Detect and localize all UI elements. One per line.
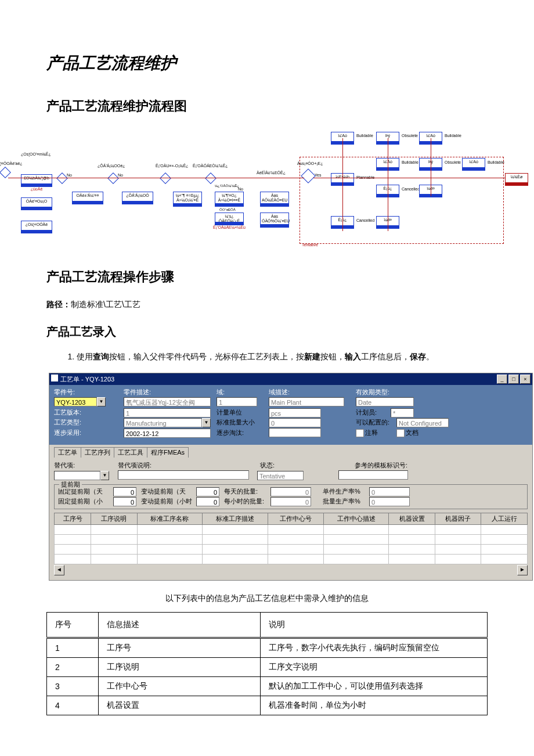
template-id-field[interactable] — [338, 470, 408, 480]
field-label: 变动提前期（天 — [141, 488, 186, 495]
th-seq: 序号 — [47, 612, 99, 638]
field-label: 每天的批量: — [224, 488, 258, 495]
table-row[interactable] — [55, 554, 528, 564]
tab-routing[interactable]: 工艺单 — [54, 447, 81, 458]
table-row: 1工序号工序号，数字小代表先执行，编码时应预留空位 — [47, 638, 488, 657]
field-label: 文档 — [406, 429, 418, 436]
flow-tag: Obsolete — [402, 134, 418, 138]
col-machine-setup[interactable]: 机器设置 — [389, 513, 435, 524]
table-caption: 以下列表中的信息为产品工艺信息栏中需录入维护的信息 — [46, 593, 488, 604]
flow-foot: Ê¡'OÀùÁE¼«¼Êù — [210, 225, 248, 229]
window-min-button[interactable]: _ — [497, 375, 507, 384]
field-label: 零件描述: — [124, 388, 151, 395]
flow-label-no: No — [67, 173, 72, 177]
scroll-right-icon[interactable]: ► — [517, 565, 528, 575]
info-table: 序号 信息描述 说明 1工序号工序号，数字小代表先执行，编码时应预留空位2工序说… — [46, 612, 488, 715]
col-wc-desc[interactable]: 工作中心描述 — [323, 513, 389, 524]
table-row[interactable] — [55, 534, 528, 544]
table-row: 3工作中心号默认的加工工作中心，可以使用值列表选择 — [47, 676, 488, 696]
alt-field[interactable] — [54, 471, 100, 480]
field-label: 工艺类型: — [54, 419, 81, 426]
scrollbar[interactable]: ◄ ► — [54, 565, 528, 575]
window-close-button[interactable]: × — [520, 375, 531, 384]
table-cell: 机器准备时间，单位为小时 — [261, 696, 488, 715]
flow-box: ¿Os¦«OÓÀé — [21, 221, 52, 233]
step-bold: 输入 — [345, 352, 361, 361]
hourly-lot-field[interactable]: 0 — [270, 497, 311, 506]
flow-label-no: No — [118, 173, 123, 177]
section-steps: 产品工艺流程操作步骤 — [46, 268, 488, 286]
flow-label: ¿ÔÁ'Á¡¼OOé¿ — [98, 164, 125, 168]
col-std-desc[interactable]: 标准工序描述 — [203, 513, 268, 524]
table-cell: 工序文字说明 — [261, 657, 488, 676]
tab-fmeas[interactable]: 程序FMEAs — [147, 447, 189, 458]
validity-type-field[interactable]: Date — [356, 397, 414, 406]
fixed-hours-field[interactable]: 0 — [113, 497, 136, 506]
step-text: 使用 — [77, 352, 93, 361]
path-label: 路径： — [46, 300, 71, 309]
table-cell: 4 — [47, 696, 99, 715]
dropdown-icon[interactable]: ▼ — [97, 397, 106, 406]
flow-label: Ê¡'OÀÓÁEÒ¼'¼Ê¿ — [193, 164, 228, 168]
step-bold: 保存 — [410, 352, 426, 361]
scroll-left-icon[interactable]: ◄ — [54, 565, 64, 575]
flow-box: ¼'¶'¤O¿ À=¼Ο¤I¤¤Ê — [215, 192, 244, 207]
flow-label: ¼¿'OÀÓ¼'¼Ê¿ — [215, 184, 239, 188]
part-desc-field[interactable]: 氧气减压器Yqj-12安全阀 — [124, 397, 211, 406]
flow-tag: Buildable — [445, 134, 461, 138]
var-hours-field[interactable]: 0 — [196, 497, 219, 506]
doc-checkbox[interactable] — [396, 429, 405, 437]
tabs: 工艺单 工艺序列 工艺工具 程序FMEAs — [54, 447, 528, 458]
phase-out-field[interactable] — [269, 428, 321, 437]
field-label: 每小时的批量: — [224, 498, 264, 505]
window-max-button[interactable]: □ — [508, 375, 519, 384]
tab-sequence[interactable]: 工艺序列 — [81, 447, 114, 458]
col-labor-run[interactable]: 人工运行 — [481, 513, 528, 524]
col-op-no[interactable]: 工序号 — [55, 513, 91, 524]
th-explain: 说明 — [261, 612, 488, 638]
table-cell: 机器设置 — [99, 696, 261, 715]
dropdown-icon[interactable]: ▼ — [100, 471, 109, 480]
table-row[interactable] — [55, 524, 528, 534]
tab-tools[interactable]: 工艺工具 — [114, 447, 147, 458]
flow-connector — [8, 178, 304, 178]
flow-diamond — [56, 172, 68, 184]
flow-connector — [431, 138, 431, 196]
planner-field[interactable]: * — [391, 408, 414, 417]
page-title: 产品工艺流程维护 — [46, 52, 488, 74]
table-cell: 工序号 — [99, 638, 261, 657]
version-field[interactable]: 1 — [124, 408, 211, 417]
domain-field[interactable]: 1 — [217, 397, 257, 406]
alt-desc-field[interactable] — [118, 470, 249, 480]
section-entry: 产品工艺录入 — [46, 324, 488, 340]
unit-rate-field[interactable]: 0 — [369, 487, 410, 496]
table-row[interactable] — [55, 544, 528, 554]
col-std-name[interactable]: 标准工序名称 — [137, 513, 203, 524]
flow-diamond — [107, 172, 119, 184]
part-number-field[interactable]: YQY-1203 — [54, 397, 97, 406]
domain-desc-field[interactable]: Main Plant — [269, 397, 344, 406]
var-days-field[interactable]: 0 — [196, 487, 219, 496]
field-label: 计量单位 — [217, 409, 242, 416]
flow-diamond — [205, 172, 217, 184]
std-lot-field[interactable]: 0 — [269, 418, 321, 427]
fixed-days-field[interactable]: 0 — [113, 487, 136, 496]
configurable-field[interactable]: Not Configured — [396, 418, 449, 427]
dropdown-icon[interactable]: ▼ — [202, 418, 211, 427]
note-checkbox[interactable] — [356, 429, 364, 437]
table-cell: 1 — [47, 638, 99, 657]
operations-grid[interactable]: 工序号 工序说明 标准工序名称 标准工序描述 工作中心号 工作中心描述 机器设置… — [54, 513, 528, 564]
phase-in-field[interactable]: 2002-12-12 — [124, 429, 211, 438]
status-field[interactable]: Tentative — [257, 471, 304, 480]
type-field[interactable]: Manufacturing — [124, 418, 202, 427]
flow-box: OÀé±'Á¼'¤¤ — [72, 192, 103, 204]
field-label: 标准批量大小 — [217, 419, 255, 426]
lot-rate-field[interactable]: 0 — [369, 497, 410, 506]
col-machine-factor[interactable]: 机器因子 — [435, 513, 481, 524]
flow-diamond — [160, 172, 171, 184]
uom-field[interactable]: pcs — [269, 408, 321, 417]
daily-lot-field[interactable]: 0 — [270, 487, 311, 496]
col-op-desc[interactable]: 工序说明 — [91, 513, 138, 524]
col-wc-no[interactable]: 工作中心号 — [268, 513, 323, 524]
field-label: 零件号: — [54, 388, 75, 395]
